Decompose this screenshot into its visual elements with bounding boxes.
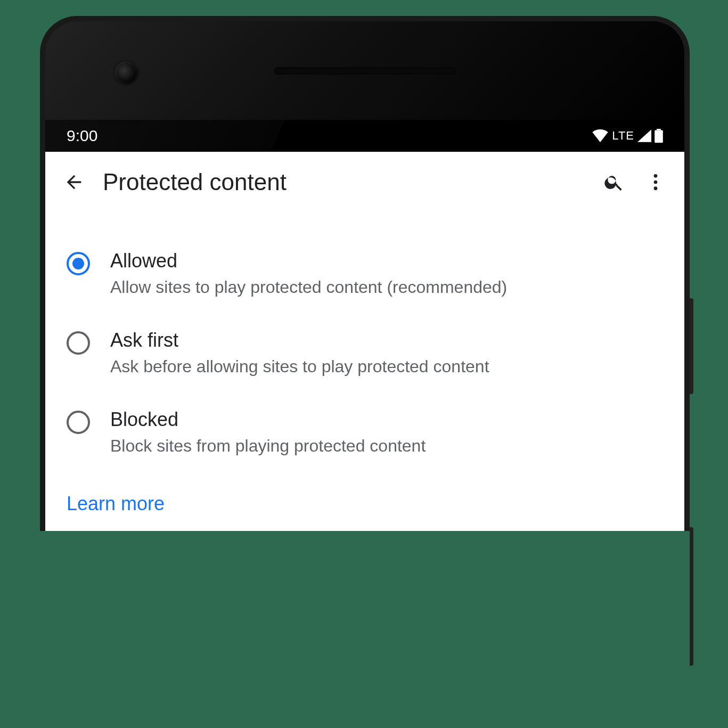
option-blocked[interactable]: Blocked Block sites from playing protect…	[67, 398, 663, 477]
back-button[interactable]	[61, 169, 87, 195]
option-text: Ask first Ask before allowing sites to p…	[110, 329, 663, 379]
radio-ask-first[interactable]	[67, 331, 90, 355]
phone-side-button	[690, 527, 693, 666]
speaker-grille	[274, 67, 455, 75]
more-button[interactable]	[643, 169, 668, 195]
phone-side-button	[690, 298, 693, 394]
option-allowed[interactable]: Allowed Allow sites to play protected co…	[67, 239, 663, 318]
status-bar: 9:00 LTE	[45, 120, 684, 152]
status-right: LTE	[592, 129, 663, 143]
search-icon	[603, 171, 625, 193]
option-title: Ask first	[110, 329, 663, 351]
svg-rect-0	[657, 129, 661, 130]
svg-point-4	[654, 186, 658, 190]
content: Allowed Allow sites to play protected co…	[45, 212, 684, 531]
search-button[interactable]	[601, 169, 627, 195]
front-camera	[114, 61, 138, 85]
svg-point-2	[654, 174, 658, 178]
arrow-back-icon	[63, 171, 85, 193]
option-text: Allowed Allow sites to play protected co…	[110, 250, 663, 299]
radio-allowed[interactable]	[67, 252, 90, 275]
option-ask-first[interactable]: Ask first Ask before allowing sites to p…	[67, 318, 663, 398]
phone-frame: 9:00 LTE Protected content	[40, 16, 690, 531]
svg-point-3	[654, 181, 658, 184]
wifi-icon	[592, 129, 609, 142]
svg-rect-1	[655, 130, 663, 143]
screen: Protected content Allowed Allow sites to…	[45, 152, 684, 531]
status-time: 9:00	[67, 127, 97, 145]
page-title: Protected content	[103, 169, 585, 195]
network-label: LTE	[612, 129, 634, 143]
option-title: Allowed	[110, 250, 663, 272]
more-vert-icon	[645, 171, 666, 193]
option-desc: Block sites from playing protected conte…	[110, 434, 663, 458]
option-title: Blocked	[110, 408, 663, 431]
option-text: Blocked Block sites from playing protect…	[110, 408, 663, 458]
phone-inner: 9:00 LTE Protected content	[45, 21, 684, 531]
option-desc: Ask before allowing sites to play protec…	[110, 355, 663, 379]
app-bar: Protected content	[45, 152, 684, 212]
battery-icon	[655, 129, 663, 143]
cellular-icon	[637, 129, 651, 142]
phone-hardware	[45, 21, 684, 120]
radio-blocked[interactable]	[67, 411, 90, 434]
learn-more-link[interactable]: Learn more	[67, 477, 165, 531]
option-desc: Allow sites to play protected content (r…	[110, 275, 663, 299]
